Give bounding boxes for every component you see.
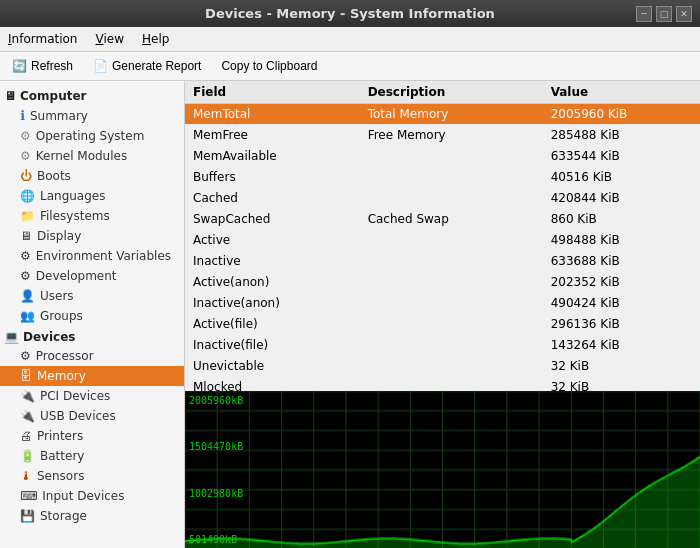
- table-header-row: Field Description Value: [185, 81, 700, 104]
- cell-description: [360, 167, 543, 188]
- refresh-button[interactable]: 🔄 Refresh: [6, 56, 79, 76]
- table-row[interactable]: Active498488 KiB: [185, 230, 700, 251]
- cell-description: [360, 188, 543, 209]
- table-row[interactable]: SwapCachedCached Swap860 KiB: [185, 209, 700, 230]
- menu-view[interactable]: View: [87, 29, 131, 49]
- sidebar-section-devices[interactable]: 💻 Devices: [0, 326, 184, 346]
- sidebar-item-groups[interactable]: 👥 Groups: [0, 306, 184, 326]
- computer-icon: 🖥: [4, 89, 16, 103]
- table-row[interactable]: Cached420844 KiB: [185, 188, 700, 209]
- sidebar-item-envvars[interactable]: ⚙ Environment Variables: [0, 246, 184, 266]
- cell-description: Cached Swap: [360, 209, 543, 230]
- cell-value: 32 KiB: [543, 356, 700, 377]
- cell-field: MemTotal: [185, 104, 360, 125]
- groups-icon: 👥: [20, 309, 35, 323]
- cell-description: Total Memory: [360, 104, 543, 125]
- cell-value: 2005960 KiB: [543, 104, 700, 125]
- cell-value: 633544 KiB: [543, 146, 700, 167]
- cell-field: Buffers: [185, 167, 360, 188]
- graph-label: 501490kB: [189, 534, 243, 545]
- devices-icon: 💻: [4, 330, 19, 344]
- refresh-icon: 🔄: [12, 59, 27, 73]
- cell-description: [360, 377, 543, 392]
- table-row[interactable]: Unevictable32 KiB: [185, 356, 700, 377]
- development-icon: ⚙: [20, 269, 31, 283]
- sidebar-item-display[interactable]: 🖥 Display: [0, 226, 184, 246]
- languages-icon: 🌐: [20, 189, 35, 203]
- table-row[interactable]: MemFreeFree Memory285488 KiB: [185, 125, 700, 146]
- cell-description: [360, 251, 543, 272]
- cell-value: 498488 KiB: [543, 230, 700, 251]
- sidebar-item-filesystems[interactable]: 📁 Filesystems: [0, 206, 184, 226]
- report-icon: 📄: [93, 59, 108, 73]
- table-row[interactable]: Mlocked32 KiB: [185, 377, 700, 392]
- usb-icon: 🔌: [20, 409, 35, 423]
- sidebar-item-memory[interactable]: 🗄 Memory: [0, 366, 184, 386]
- cell-value: 420844 KiB: [543, 188, 700, 209]
- cell-description: [360, 293, 543, 314]
- memory-graph: 2005960kB1504470kB1002980kB501490kB: [185, 391, 700, 548]
- cell-field: Inactive(anon): [185, 293, 360, 314]
- sidebar-item-input[interactable]: ⌨ Input Devices: [0, 486, 184, 506]
- sidebar-item-development[interactable]: ⚙ Development: [0, 266, 184, 286]
- cell-value: 860 KiB: [543, 209, 700, 230]
- sidebar-item-sensors[interactable]: 🌡 Sensors: [0, 466, 184, 486]
- table-row[interactable]: Inactive(file)143264 KiB: [185, 335, 700, 356]
- sidebar-item-battery[interactable]: 🔋 Battery: [0, 446, 184, 466]
- menu-help[interactable]: Help: [134, 29, 177, 49]
- boots-icon: ⏻: [20, 169, 32, 183]
- graph-labels: 2005960kB1504470kB1002980kB501490kB: [189, 391, 243, 548]
- envvars-icon: ⚙: [20, 249, 31, 263]
- table-row[interactable]: Inactive(anon)490424 KiB: [185, 293, 700, 314]
- close-button[interactable]: ✕: [676, 6, 692, 22]
- cell-field: MemAvailable: [185, 146, 360, 167]
- table-row[interactable]: MemAvailable633544 KiB: [185, 146, 700, 167]
- table-row[interactable]: Inactive633688 KiB: [185, 251, 700, 272]
- cell-field: Active(anon): [185, 272, 360, 293]
- cell-description: [360, 314, 543, 335]
- menubar: Information View Help: [0, 27, 700, 52]
- menu-information[interactable]: Information: [0, 29, 85, 49]
- minimize-button[interactable]: ─: [636, 6, 652, 22]
- table-row[interactable]: Active(file)296136 KiB: [185, 314, 700, 335]
- main-layout: 🖥 Computer ℹ Summary ⚙ Operating System …: [0, 81, 700, 548]
- sidebar-item-kernel[interactable]: ⚙ Kernel Modules: [0, 146, 184, 166]
- table-row[interactable]: Active(anon)202352 KiB: [185, 272, 700, 293]
- cell-field: MemFree: [185, 125, 360, 146]
- col-field: Field: [185, 81, 360, 104]
- sidebar-item-pci[interactable]: 🔌 PCI Devices: [0, 386, 184, 406]
- cell-value: 633688 KiB: [543, 251, 700, 272]
- sidebar-item-summary[interactable]: ℹ Summary: [0, 105, 184, 126]
- filesystems-icon: 📁: [20, 209, 35, 223]
- sidebar-section-computer[interactable]: 🖥 Computer: [0, 85, 184, 105]
- table-row[interactable]: Buffers40516 KiB: [185, 167, 700, 188]
- sidebar-item-users[interactable]: 👤 Users: [0, 286, 184, 306]
- copy-clipboard-button[interactable]: Copy to Clipboard: [215, 56, 323, 76]
- kernel-icon: ⚙: [20, 149, 31, 163]
- data-table-wrapper[interactable]: Field Description Value MemTotalTotal Me…: [185, 81, 700, 391]
- sidebar-item-storage[interactable]: 💾 Storage: [0, 506, 184, 526]
- table-row[interactable]: MemTotalTotal Memory2005960 KiB: [185, 104, 700, 125]
- cell-field: Mlocked: [185, 377, 360, 392]
- cell-value: 143264 KiB: [543, 335, 700, 356]
- sidebar-item-os[interactable]: ⚙ Operating System: [0, 126, 184, 146]
- col-description: Description: [360, 81, 543, 104]
- sidebar-item-processor[interactable]: ⚙ Processor: [0, 346, 184, 366]
- graph-label: 1002980kB: [189, 488, 243, 499]
- content-area: Field Description Value MemTotalTotal Me…: [185, 81, 700, 548]
- cell-field: Active: [185, 230, 360, 251]
- processor-icon: ⚙: [20, 349, 31, 363]
- sidebar-item-usb[interactable]: 🔌 USB Devices: [0, 406, 184, 426]
- users-icon: 👤: [20, 289, 35, 303]
- os-icon: ⚙: [20, 129, 31, 143]
- sidebar-item-languages[interactable]: 🌐 Languages: [0, 186, 184, 206]
- sidebar-item-printers[interactable]: 🖨 Printers: [0, 426, 184, 446]
- display-icon: 🖥: [20, 229, 32, 243]
- cell-description: [360, 272, 543, 293]
- sidebar-item-boots[interactable]: ⏻ Boots: [0, 166, 184, 186]
- window-controls[interactable]: ─ □ ✕: [636, 6, 692, 22]
- maximize-button[interactable]: □: [656, 6, 672, 22]
- generate-report-button[interactable]: 📄 Generate Report: [87, 56, 207, 76]
- pci-icon: 🔌: [20, 389, 35, 403]
- cell-field: Inactive(file): [185, 335, 360, 356]
